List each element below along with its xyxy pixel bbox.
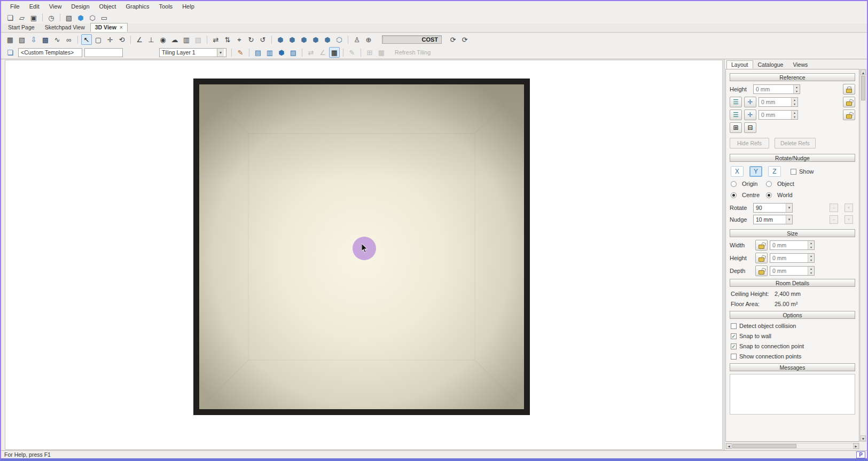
spin-down-icon[interactable]: ▾ (792, 115, 797, 119)
rotate-combo[interactable]: 90 ▾ (753, 203, 793, 213)
panel-vertical-scrollbar[interactable]: ▲ ▼ (860, 69, 866, 442)
spin-up-icon[interactable]: ▴ (808, 267, 814, 271)
scroll-up-icon[interactable]: ▲ (861, 69, 866, 75)
menu-help[interactable]: Help (177, 3, 199, 10)
marquee-select-icon[interactable]: ▢ (93, 34, 104, 45)
spin-down-icon[interactable]: ▾ (808, 245, 814, 249)
menu-graphics[interactable]: Graphics (121, 3, 154, 10)
flip-vertical-icon[interactable]: ⇅ (222, 34, 233, 45)
unlock-button-2[interactable] (843, 110, 855, 120)
axis-x-button[interactable]: X (731, 166, 744, 177)
node-edit-icon[interactable]: ✛ (105, 34, 115, 45)
size-width-field[interactable]: 0 mm▴▾ (770, 240, 815, 250)
view-cube-back-icon[interactable]: ⬢ (287, 34, 298, 45)
scrollbar-thumb[interactable] (732, 444, 796, 448)
radio-object[interactable] (766, 181, 772, 187)
sketchpad-view-icon[interactable]: ▭ (99, 12, 110, 23)
texture-swatch-icon[interactable]: ▩ (40, 34, 51, 45)
tile-grid-icon[interactable]: ▦ (329, 47, 340, 58)
cloud-render-icon[interactable]: ☁ (169, 34, 180, 45)
cost-display[interactable]: COST (382, 35, 442, 44)
tile-cube-icon[interactable]: ⬢ (276, 47, 287, 58)
template-search-input[interactable] (84, 48, 123, 57)
size-depth-field[interactable]: 0 mm▴▾ (770, 266, 815, 276)
scrollbar-track[interactable] (861, 101, 866, 435)
radio-world[interactable] (766, 192, 772, 198)
spin-up-icon[interactable]: ▴ (792, 111, 797, 115)
tab-start-page[interactable]: Start Page (3, 23, 40, 32)
rotate-tool-icon[interactable]: ⟲ (116, 34, 127, 45)
tiling-layer-combo[interactable]: Tiling Layer 1 ▾ (159, 48, 226, 57)
reference-extend-button[interactable]: ⊞ (730, 122, 742, 133)
scrollbar-track[interactable] (797, 443, 853, 449)
rotate-view-ccw-icon[interactable]: ↺ (257, 34, 268, 45)
menu-design[interactable]: Design (66, 3, 94, 10)
screen-capture-icon[interactable]: ▧ (64, 12, 74, 23)
radio-label-object[interactable]: Object (777, 181, 794, 187)
panel-tab-layout[interactable]: Layout (726, 60, 753, 69)
zoom-window-icon[interactable]: ⌖ (234, 34, 245, 45)
spin-down-icon[interactable]: ▾ (808, 258, 814, 262)
view-cube-perspective-icon[interactable]: ⬡ (334, 34, 345, 45)
chevron-down-icon[interactable]: ▾ (786, 204, 792, 212)
3d-view-icon[interactable]: ⬢ (75, 12, 86, 23)
unlock-button-1[interactable] (843, 97, 855, 107)
menu-view[interactable]: View (44, 3, 67, 10)
reference-move-button[interactable]: ✛ (744, 97, 756, 107)
lock-width-button[interactable] (755, 240, 768, 251)
refresh-view-icon[interactable]: ⟳ (448, 34, 458, 45)
view-cube-left-icon[interactable]: ⬢ (299, 34, 309, 45)
radio-label-world[interactable]: World (777, 192, 793, 198)
tile-floor-icon[interactable]: ▥ (264, 47, 275, 58)
reference-trim-button[interactable]: ⊟ (744, 122, 756, 133)
spin-up-icon[interactable]: ▴ (794, 85, 800, 89)
group-objects-icon[interactable]: ∞ (64, 34, 74, 45)
reference-level-button[interactable]: ☰ (730, 97, 742, 107)
nudge-combo[interactable]: 10 mm ▾ (753, 215, 793, 224)
menu-file[interactable]: File (5, 3, 25, 10)
option-label-show-connection-points[interactable]: Show connection points (739, 353, 801, 360)
checkbox-snap-to-wall[interactable]: ✓ (731, 333, 737, 339)
open-folder-icon[interactable]: ▱ (17, 12, 27, 23)
world-view-icon[interactable]: ⊕ (363, 34, 374, 45)
axis-z-button[interactable]: Z (768, 166, 781, 177)
drop-to-floor-icon[interactable]: ⇩ (28, 34, 39, 45)
lock-depth-button[interactable] (755, 265, 768, 276)
new-document-icon[interactable]: ❏ (5, 12, 15, 23)
walkthrough-icon[interactable]: ♙ (351, 34, 362, 45)
spin-up-icon[interactable]: ▴ (808, 254, 814, 258)
view-cube-front-icon[interactable]: ⬢ (275, 34, 286, 45)
spin-down-icon[interactable]: ▾ (792, 102, 797, 106)
scroll-down-icon[interactable]: ▼ (861, 435, 866, 441)
camera-icon[interactable]: ◉ (158, 34, 168, 45)
site-plan-icon[interactable]: ▦ (5, 34, 15, 45)
tile-erase-icon[interactable]: ▨ (288, 47, 299, 58)
menu-tools[interactable]: Tools (154, 3, 177, 10)
save-icon[interactable]: ▣ (28, 12, 39, 23)
radio-centre[interactable] (731, 192, 737, 198)
size-height-field[interactable]: 0 mm▴▾ (770, 253, 815, 263)
checkbox-show-connection-points[interactable] (731, 354, 737, 360)
tile-wall-icon[interactable]: ▤ (253, 47, 263, 58)
scroll-left-icon[interactable]: ◄ (726, 443, 732, 449)
panel-tab-catalogue[interactable]: Catalogue (753, 60, 788, 69)
lock-height-button[interactable] (755, 253, 768, 263)
show-checkbox[interactable] (791, 169, 796, 175)
reference-offset-field-2[interactable]: 0 mm ▴▾ (758, 110, 798, 120)
chevron-down-icon[interactable]: ▾ (786, 215, 792, 224)
menu-edit[interactable]: Edit (25, 3, 44, 10)
reference-height-field[interactable]: 0 mm ▴▾ (753, 84, 800, 94)
wireframe-view-icon[interactable]: ⬡ (87, 12, 98, 23)
contour-icon[interactable]: ∿ (52, 34, 62, 45)
radio-label-centre[interactable]: Centre (742, 192, 760, 198)
spin-up-icon[interactable]: ▴ (792, 98, 797, 102)
show-label[interactable]: Show (799, 168, 814, 175)
view-cube-top-icon[interactable]: ⬢ (322, 34, 333, 45)
rotate-view-cw-icon[interactable]: ↻ (246, 34, 256, 45)
reference-move-button-2[interactable]: ✛ (744, 110, 756, 120)
tab-3d-view[interactable]: 3D View× (90, 23, 128, 32)
3d-viewport[interactable] (5, 60, 723, 450)
template-manager-icon[interactable]: ❏ (5, 47, 15, 58)
clock-icon[interactable]: ◷ (46, 12, 57, 23)
scroll-right-icon[interactable]: ► (853, 443, 859, 449)
